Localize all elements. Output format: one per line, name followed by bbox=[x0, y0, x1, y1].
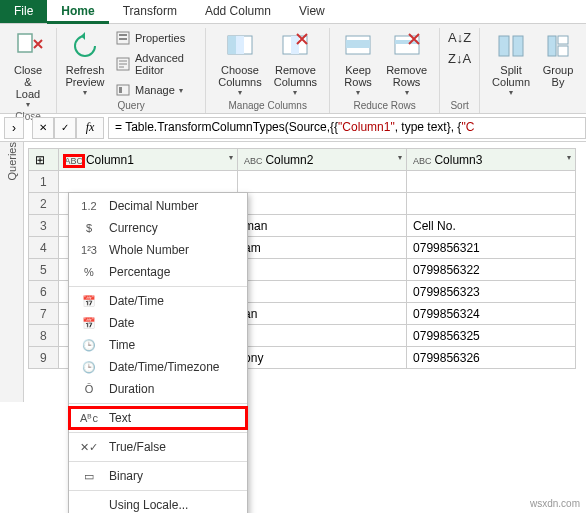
close-load-icon bbox=[12, 30, 44, 62]
cell-col2[interactable] bbox=[238, 281, 407, 303]
cell-col2[interactable] bbox=[238, 259, 407, 281]
ribbon: Close & Load ▾ Close Refresh Preview ▾ P… bbox=[0, 24, 586, 114]
cell-col3[interactable]: 0799856321 bbox=[407, 237, 576, 259]
sort-asc-icon: A↓Z bbox=[448, 30, 471, 45]
split-column-button[interactable]: Split Column ▾ bbox=[486, 28, 536, 99]
menu-percentage[interactable]: %Percentage bbox=[69, 261, 247, 283]
remove-columns-icon bbox=[279, 30, 311, 62]
menu-time[interactable]: 🕒Time bbox=[69, 334, 247, 356]
tab-file[interactable]: File bbox=[0, 0, 47, 23]
menu-decimal[interactable]: 1.2Decimal Number bbox=[69, 195, 247, 217]
menu-locale[interactable]: Using Locale... bbox=[69, 494, 247, 513]
cell-col3[interactable]: Cell No. bbox=[407, 215, 576, 237]
svg-rect-2 bbox=[119, 34, 127, 36]
cell-col3[interactable]: 0799856324 bbox=[407, 303, 576, 325]
menu-datetime[interactable]: 📅Date/Time bbox=[69, 290, 247, 312]
tab-home[interactable]: Home bbox=[47, 0, 108, 24]
properties-button[interactable]: Properties bbox=[111, 28, 199, 48]
properties-icon bbox=[115, 30, 131, 46]
formula-nav-button[interactable]: ✕ bbox=[32, 117, 54, 139]
grid-corner[interactable]: ⊞ bbox=[29, 149, 59, 171]
menu-binary[interactable]: ▭Binary bbox=[69, 465, 247, 487]
column-header-1[interactable]: ABC Column1 ▾ bbox=[58, 149, 238, 171]
formula-text-1: = Table.TransformColumnTypes(Source,{{ bbox=[115, 120, 338, 134]
filter-icon[interactable]: ▾ bbox=[229, 153, 233, 162]
chevron-down-icon: ▾ bbox=[26, 100, 30, 109]
refresh-preview-button[interactable]: Refresh Preview ▾ bbox=[63, 28, 107, 99]
cell-col3[interactable]: 0799856325 bbox=[407, 325, 576, 347]
split-column-label: Split Column bbox=[492, 64, 530, 88]
sort-desc-icon: Z↓A bbox=[448, 51, 471, 66]
remove-rows-icon bbox=[391, 30, 423, 62]
column3-name: Column3 bbox=[434, 153, 482, 167]
manage-label: Manage bbox=[135, 84, 175, 96]
svg-rect-14 bbox=[346, 44, 370, 48]
menu-dttz[interactable]: 🕒Date/Time/Timezone bbox=[69, 356, 247, 378]
choose-columns-button[interactable]: Choose Columns ▾ bbox=[212, 28, 267, 99]
cell-col2[interactable]: am bbox=[238, 237, 407, 259]
tab-transform[interactable]: Transform bbox=[109, 0, 191, 23]
table-row[interactable]: 1 bbox=[29, 171, 576, 193]
title-tabs: File Home Transform Add Column View bbox=[0, 0, 586, 24]
advanced-editor-button[interactable]: Advanced Editor bbox=[111, 50, 199, 78]
fx-button[interactable]: fx bbox=[76, 117, 104, 139]
type-icon-col1[interactable]: ABC bbox=[65, 156, 83, 166]
cell-col2[interactable] bbox=[238, 193, 407, 215]
properties-label: Properties bbox=[135, 32, 185, 44]
cell-col1[interactable] bbox=[58, 171, 238, 193]
row-number: 1 bbox=[29, 171, 59, 193]
menu-date-label: Date bbox=[109, 316, 134, 330]
menu-dttz-label: Date/Time/Timezone bbox=[109, 360, 219, 374]
cell-col2[interactable]: ony bbox=[238, 347, 407, 369]
tab-add-column[interactable]: Add Column bbox=[191, 0, 285, 23]
choose-columns-label: Choose Columns bbox=[218, 64, 261, 88]
sort-desc-button[interactable]: Z↓A bbox=[444, 49, 475, 68]
menu-text-label: Text bbox=[109, 411, 131, 425]
tab-view[interactable]: View bbox=[285, 0, 339, 23]
menu-duration[interactable]: ŌDuration bbox=[69, 378, 247, 400]
advanced-editor-label: Advanced Editor bbox=[135, 52, 195, 76]
menu-whole[interactable]: 1²3Whole Number bbox=[69, 239, 247, 261]
cell-col3[interactable] bbox=[407, 193, 576, 215]
cell-col3[interactable]: 0799856323 bbox=[407, 281, 576, 303]
formula-bar: › ✕ ✓ fx = Table.TransformColumnTypes(So… bbox=[0, 114, 586, 142]
remove-columns-button[interactable]: Remove Columns ▾ bbox=[268, 28, 323, 99]
svg-rect-18 bbox=[513, 36, 523, 56]
cell-col2[interactable] bbox=[238, 325, 407, 347]
menu-text[interactable]: AᴮcText bbox=[69, 407, 247, 429]
manage-button[interactable]: Manage ▾ bbox=[111, 80, 199, 100]
remove-rows-button[interactable]: Remove Rows ▾ bbox=[380, 28, 433, 99]
type-icon-col3[interactable]: ABC bbox=[413, 156, 431, 166]
keep-rows-button[interactable]: Keep Rows ▾ bbox=[336, 28, 380, 99]
expand-queries-button[interactable]: › bbox=[4, 117, 24, 139]
formula-text-2: , type text}, { bbox=[395, 120, 462, 134]
group-by-icon bbox=[542, 30, 574, 62]
close-and-load-button[interactable]: Close & Load ▾ bbox=[6, 28, 50, 111]
filter-icon[interactable]: ▾ bbox=[398, 153, 402, 162]
formula-check-button[interactable]: ✓ bbox=[54, 117, 76, 139]
sort-asc-button[interactable]: A↓Z bbox=[444, 28, 475, 47]
cell-col2[interactable]: man bbox=[238, 215, 407, 237]
formula-string-1: "Column1" bbox=[338, 120, 395, 134]
group-reduce-rows: Keep Rows ▾ Remove Rows ▾ Reduce Rows bbox=[330, 28, 440, 113]
cell-col3[interactable]: 0799856322 bbox=[407, 259, 576, 281]
menu-currency[interactable]: $Currency bbox=[69, 217, 247, 239]
cell-col2[interactable]: an bbox=[238, 303, 407, 325]
refresh-label: Refresh Preview bbox=[65, 64, 104, 88]
cell-col3[interactable] bbox=[407, 171, 576, 193]
cell-col2[interactable] bbox=[238, 171, 407, 193]
column-header-3[interactable]: ABC Column3 ▾ bbox=[407, 149, 576, 171]
filter-icon[interactable]: ▾ bbox=[567, 153, 571, 162]
column-header-2[interactable]: ABC Column2 ▾ bbox=[238, 149, 407, 171]
group-by-button[interactable]: Group By bbox=[536, 28, 580, 90]
menu-truefalse[interactable]: ✕✓True/False bbox=[69, 436, 247, 458]
formula-string-2: "C bbox=[461, 120, 474, 134]
svg-rect-6 bbox=[119, 87, 122, 93]
type-icon-col2[interactable]: ABC bbox=[244, 156, 262, 166]
formula-input[interactable]: = Table.TransformColumnTypes(Source,{{"C… bbox=[108, 117, 586, 139]
queries-panel[interactable]: Queries bbox=[0, 142, 24, 402]
manage-icon bbox=[115, 82, 131, 98]
group-reduce-rows-label: Reduce Rows bbox=[353, 100, 415, 113]
menu-date[interactable]: 📅Date bbox=[69, 312, 247, 334]
cell-col3[interactable]: 0799856326 bbox=[407, 347, 576, 369]
